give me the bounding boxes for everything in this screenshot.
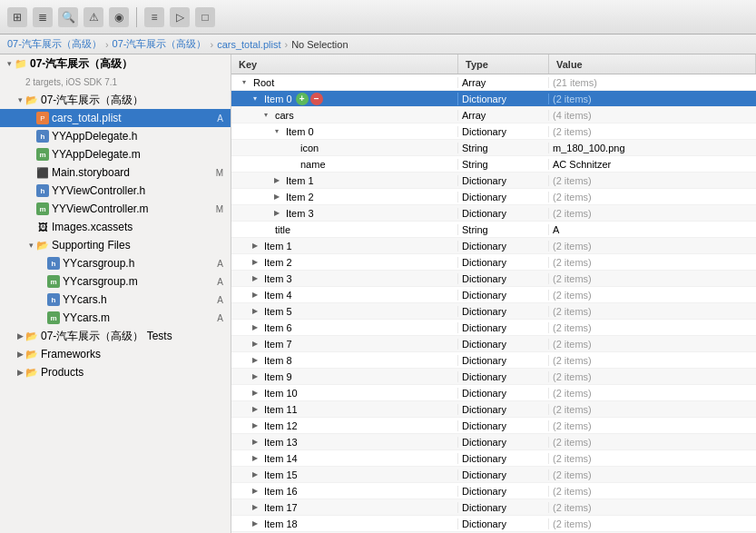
add-button-item0[interactable]: + [296,93,309,105]
type-cell-item11: Dictionary [458,404,549,415]
key-cell-cars: ▾ cars [231,110,458,121]
sidebar-item-images-xcassets[interactable]: 🖼 Images.xcassets [0,218,231,236]
plist-row-name[interactable]: name String AC Schnitzer [231,156,756,173]
type-cell-item4: Dictionary [458,290,549,301]
plist-row-item11[interactable]: ▶Item 11 Dictionary (2 items) [231,401,756,418]
sidebar-item-yycars-h[interactable]: h YYcars.h A [0,291,231,309]
plist-row-item13[interactable]: ▶Item 13 Dictionary (2 items) [231,434,756,450]
breadcrumb-item-4: No Selection [291,39,348,50]
plist-row-item16[interactable]: ▶Item 16 Dictionary (2 items) [231,483,756,499]
plist-row-item5[interactable]: ▶Item 5 Dictionary (2 items) [231,303,756,320]
value-cell-item16: (2 items) [549,486,756,497]
plist-row-cars-item3[interactable]: ▶ Item 3 Dictionary (2 items) [231,205,756,222]
key-cell-item3: ▶Item 3 [231,273,458,284]
disclosure-icon-field [286,143,297,153]
plist-row-item10[interactable]: ▶Item 10 Dictionary (2 items) [231,385,756,401]
sidebar-item-label: YYcars.m [63,311,217,324]
sidebar-item-label: Frameworks [41,348,227,360]
badge-A: A [217,114,227,123]
sidebar-item-cars-total[interactable]: P cars_total.plist A [0,109,231,127]
plist-row-cars[interactable]: ▾ cars Array (4 items) [231,107,756,123]
badge-A: A [217,277,227,287]
key-cell-cars-item0: ▾ Item 0 [231,126,458,137]
sidebar-item-yyappdelegate-h[interactable]: h YYAppDelegate.h [0,127,231,145]
plist-row-item18[interactable]: ▶Item 18 Dictionary (2 items) [231,516,756,532]
plist-row-item17[interactable]: ▶Item 17 Dictionary (2 items) [231,499,756,516]
disclosure-cars-item1[interactable]: ▶ [271,175,282,186]
plist-row-title[interactable]: title String A [231,222,756,238]
plist-row-item1[interactable]: ▶Item 1 Dictionary (2 items) [231,238,756,254]
sidebar-item-project-root[interactable]: ▾ 📁 07-汽车展示（高级） [0,54,231,73]
type-cell-cars-item1: Dictionary [458,175,549,186]
folder-icon: 📁 [15,57,27,70]
badge-A: A [217,295,227,305]
plist-row-item9[interactable]: ▶Item 9 Dictionary (2 items) [231,369,756,385]
sidebar-item-supporting-files[interactable]: ▾ 📂 Supporting Files [0,236,231,254]
plist-row-cars-item0[interactable]: ▾ Item 0 Dictionary (2 items) [231,123,756,140]
disclosure-cars-item3[interactable]: ▶ [271,208,282,219]
disclosure-cars[interactable]: ▾ [260,110,271,121]
disclosure-cars-item0[interactable]: ▾ [271,126,282,137]
toolbar-icon-0[interactable]: ⊞ [7,7,27,27]
plist-row-item3[interactable]: ▶Item 3 Dictionary (2 items) [231,271,756,287]
disclosure-cars-item2[interactable]: ▶ [271,192,282,202]
sidebar-item-frameworks[interactable]: ▶ 📂 Frameworks [0,345,231,363]
plist-table: Key Type Value ▾ Root Array (21 items) ▾ [231,54,756,533]
sidebar-item-yyviewcontroller-m[interactable]: m YYViewController.m M [0,200,231,218]
sidebar-item-yycarsgroup-h[interactable]: h YYcarsgroup.h A [0,254,231,272]
breadcrumb-item-3[interactable]: cars_total.plist [217,39,280,50]
type-cell-item3: Dictionary [458,273,549,284]
key-label-cars-item0: Item 0 [286,126,314,137]
toolbar-icon-6[interactable]: ▷ [170,7,190,27]
value-cell-item0: (2 items) [549,94,756,104]
type-cell-item15: Dictionary [458,469,549,480]
sidebar-item-yyappdelegate-m[interactable]: m YYAppDelegate.m [0,145,231,163]
value-cell-item6: (2 items) [549,322,756,333]
plist-row-cars-item1[interactable]: ▶ Item 1 Dictionary (2 items) [231,173,756,189]
badge-A: A [217,259,227,269]
plist-row-item4[interactable]: ▶Item 4 Dictionary (2 items) [231,287,756,303]
plist-row-cars-item2[interactable]: ▶ Item 2 Dictionary (2 items) [231,189,756,205]
disclosure-item0[interactable]: ▾ [250,94,260,104]
toolbar-icon-7[interactable]: □ [195,7,215,27]
sidebar-item-products[interactable]: ▶ 📂 Products [0,363,231,381]
sidebar-item-yycars-m[interactable]: m YYcars.m A [0,309,231,327]
value-cell-item10: (2 items) [549,388,756,399]
plist-row-icon[interactable]: icon String m_180_100.png [231,140,756,156]
value-cell-cars-item1: (2 items) [549,175,756,186]
key-label-icon: icon [300,143,319,153]
plist-row-item6[interactable]: ▶Item 6 Dictionary (2 items) [231,320,756,336]
plist-row-item8[interactable]: ▶Item 8 Dictionary (2 items) [231,352,756,369]
toolbar-icon-3[interactable]: ⚠ [83,7,103,27]
key-cell-item13: ▶Item 13 [231,437,458,448]
plist-row-item2[interactable]: ▶Item 2 Dictionary (2 items) [231,254,756,271]
key-cell-item8: ▶Item 8 [231,355,458,366]
toolbar-icon-5[interactable]: ≡ [144,7,164,27]
key-cell-cars-item2: ▶ Item 2 [231,192,458,202]
type-cell-item6: Dictionary [458,322,549,333]
toolbar-icon-1[interactable]: ≣ [33,7,53,27]
header-key: Key [231,54,458,74]
disclosure-icon: ▾ [15,94,25,105]
sidebar-item-group-root[interactable]: ▾ 📂 07-汽车展示（高级） [0,91,231,109]
plist-row-item7[interactable]: ▶Item 7 Dictionary (2 items) [231,336,756,352]
disclosure-root[interactable]: ▾ [239,77,250,88]
sidebar: ▾ 📁 07-汽车展示（高级） 2 targets, iOS SDK 7.1 ▾… [0,54,231,533]
breadcrumb-item-2[interactable]: 07-汽车展示（高级） [113,37,207,51]
sidebar-item-main-storyboard[interactable]: ⬛ Main.storyboard M [0,163,231,182]
plist-row-item15[interactable]: ▶Item 15 Dictionary (2 items) [231,467,756,483]
value-cell-name: AC Schnitzer [549,159,756,170]
remove-button-item0[interactable]: − [310,93,323,105]
sidebar-item-tests[interactable]: ▶ 📂 07-汽车展示（高级） Tests [0,327,231,345]
value-cell-item9: (2 items) [549,371,756,382]
plist-row-root[interactable]: ▾ Root Array (21 items) [231,74,756,91]
type-cell-item0: Dictionary [458,94,549,104]
plist-row-item12[interactable]: ▶Item 12 Dictionary (2 items) [231,418,756,434]
sidebar-item-yyviewcontroller-h[interactable]: h YYViewController.h [0,182,231,200]
plist-row-item14[interactable]: ▶Item 14 Dictionary (2 items) [231,450,756,467]
breadcrumb-item-1[interactable]: 07-汽车展示（高级） [7,37,102,51]
plist-row-item0[interactable]: ▾ Item 0 + − Dictionary (2 items) [231,91,756,107]
sidebar-item-yycarsgroup-m[interactable]: m YYcarsgroup.m A [0,272,231,291]
toolbar-icon-2[interactable]: 🔍 [58,7,78,27]
toolbar-icon-4[interactable]: ◉ [109,7,129,27]
